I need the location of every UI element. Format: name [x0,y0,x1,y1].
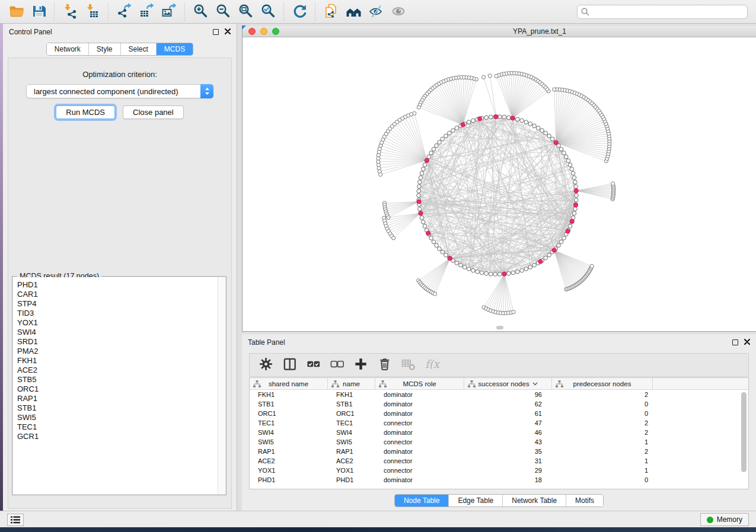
toolbar-button-import-table[interactable] [81,2,104,22]
toolbar-button-save-session[interactable] [27,2,50,22]
table-row[interactable]: ACE2ACE2connector311 [250,456,748,466]
table-toolbar-deselect-all-rows[interactable] [327,355,348,375]
node-table: shared namenameMCDS rolesuccessor nodesp… [249,377,749,489]
toolbar-button-refresh[interactable] [288,2,311,22]
mcds-result-node[interactable]: STP4 [17,299,225,309]
control-panel-title: Control Panel [9,28,52,36]
tab-style[interactable]: Style [89,43,121,55]
table-close-icon[interactable] [744,338,750,347]
tab-node-table[interactable]: Node Table [395,495,449,507]
window-zoom-icon[interactable] [272,28,279,35]
table-row[interactable]: SWI5SWI5connector431 [250,437,748,447]
toolbar-button-zoom-out[interactable] [212,2,234,22]
column-header-MCDS-role[interactable]: MCDS role [375,378,464,389]
toolbar-button-export-network[interactable] [113,2,135,22]
tab-select[interactable]: Select [121,43,157,55]
mcds-result-node[interactable]: TID3 [17,309,225,318]
toolbar-separator [283,3,284,21]
mcds-result-node[interactable]: TEC1 [17,422,225,432]
mcds-result-node[interactable]: RAP1 [17,394,225,403]
toolbar-button-open-file[interactable] [5,2,27,22]
table-settings-gear-icon [259,357,274,374]
memory-status-icon [707,517,713,523]
mcds-result-node[interactable]: GCR1 [17,432,225,441]
table-row[interactable]: SWI4SWI4dominator462 [250,428,748,437]
zoom-out-icon [215,3,231,21]
column-header-successor-nodes[interactable]: successor nodes [464,378,552,389]
mcds-result-node[interactable]: STB5 [17,375,225,384]
main-toolbar [0,0,756,24]
zoom-selected-icon [260,3,276,21]
mcds-result-node[interactable]: STB1 [17,403,225,413]
duplicate-network-icon [323,3,339,21]
column-type-icon [331,380,339,388]
network-hscrollbar[interactable] [496,326,503,329]
table-row[interactable]: RAP1RAP1dominator352 [250,447,748,456]
mcds-result-node[interactable]: CAR1 [17,290,225,299]
table-row[interactable]: FKH1FKH1dominator962 [250,390,748,399]
search-input[interactable] [577,5,748,19]
mcds-result-node[interactable]: PHD1 [17,280,225,290]
tab-network[interactable]: Network [47,43,89,55]
criterion-selected-value: largest connected component (undirected) [34,87,178,96]
tab-edge-table[interactable]: Edge Table [449,495,503,507]
toolbar-button-import-network[interactable] [59,2,81,22]
table-toolbar-select-all-rows[interactable] [303,355,324,375]
table-toolbar-table-settings-gear[interactable] [256,355,277,375]
import-table-icon [85,3,101,21]
status-bar: Memory [0,511,756,527]
mcds-result-node[interactable]: SWI5 [17,413,225,422]
mcds-result-node[interactable]: PMA2 [17,347,225,356]
table-vscrollbar[interactable] [741,392,747,472]
network-window-titlebar[interactable]: YPA_prune.txt_1 [243,26,756,37]
optimization-criterion-select[interactable]: largest connected component (undirected) [26,84,213,98]
toolbar-button-first-neighbors[interactable] [342,2,365,22]
window-close-icon[interactable] [248,28,256,35]
column-header-predecessor-nodes[interactable]: predecessor nodes [552,378,653,389]
mcds-result-node[interactable]: SRD1 [17,337,225,347]
toolbar-button-zoom-fit[interactable] [234,2,257,22]
close-panel-button[interactable]: Close panel [123,105,184,119]
mcds-result-node[interactable]: ACE2 [17,366,225,375]
column-header-shared-name[interactable]: shared name [250,378,328,389]
toolbar-button-zoom-in[interactable] [189,2,212,22]
table-row[interactable]: STB1STB1dominator620 [250,399,748,409]
open-file-icon [8,3,24,21]
mcds-result-node[interactable]: SWI4 [17,328,225,337]
hide-selected-icon [368,3,384,21]
mcds-result-node[interactable]: ORC1 [17,384,225,394]
table-toolbar-split-panel[interactable] [279,355,301,375]
export-table-icon [139,3,155,21]
close-panel-icon[interactable] [225,28,231,36]
table-row[interactable]: YOX1YOX1connector291 [250,466,748,475]
task-history-button[interactable] [7,514,24,526]
run-mcds-button[interactable]: Run MCDS [56,105,115,119]
memory-button[interactable]: Memory [700,513,749,526]
save-session-icon [31,3,47,21]
window-minimize-icon[interactable] [260,28,267,35]
tab-motifs[interactable]: Motifs [566,495,603,507]
search-field [577,5,748,19]
tab-mcds[interactable]: MCDS [157,43,193,55]
toolbar-button-hide-selected[interactable] [365,2,387,22]
table-float-icon[interactable] [732,339,738,345]
table-row[interactable]: TEC1TEC1connector472 [250,418,748,428]
network-canvas[interactable] [243,37,756,331]
table-toolbar-delete-columns[interactable] [374,355,395,375]
mcds-list-scrollbar[interactable] [218,277,225,494]
mcds-result-node[interactable]: YOX1 [17,318,225,328]
toolbar-button-export-image[interactable] [158,2,180,22]
toolbar-button-show-all[interactable] [387,2,410,22]
table-row[interactable]: ORC1ORC1dominator610 [250,409,748,418]
toolbar-button-export-table[interactable] [135,2,158,22]
table-toolbar-add-column[interactable] [350,355,372,375]
sort-descending-icon [532,382,538,386]
toolbar-button-duplicate-network[interactable] [320,2,342,22]
mcds-result-node[interactable]: FKH1 [17,356,225,366]
float-panel-icon[interactable] [213,29,219,35]
tab-network-table[interactable]: Network Table [503,495,566,507]
toolbar-button-zoom-selected[interactable] [257,2,279,22]
column-header-name[interactable]: name [328,378,375,389]
table-row[interactable]: PHD1PHD1dominator180 [250,475,748,485]
workspace-area: YPA_prune.txt_1 Table Panel f(x) shared … [237,24,756,511]
